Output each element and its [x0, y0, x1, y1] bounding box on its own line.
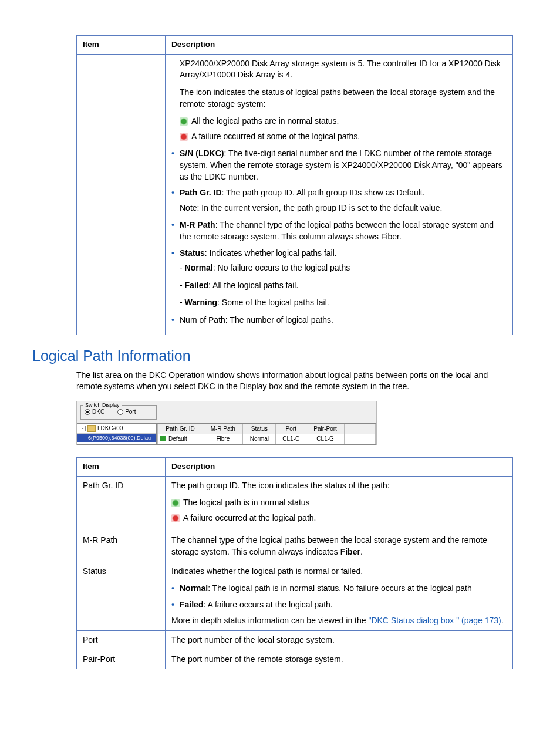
row-pathgrid: Path Gr. ID The path group ID. The icon … — [77, 476, 513, 531]
switch-display-legend: Switch Display — [83, 401, 122, 409]
th-item: Item — [77, 457, 166, 476]
table-remote-system-desc: Item Description XP24000/XP20000 Disk Ar… — [76, 35, 513, 335]
td-item-blank — [77, 54, 166, 335]
status-fail-row: A failure occurred at some of the logica… — [180, 131, 507, 143]
status-fail-icon — [180, 133, 188, 141]
intro-line-1: XP24000/XP20000 Disk Array storage syste… — [180, 58, 507, 81]
bullet-mrpath: M-R Path: The channel type of the logica… — [171, 220, 507, 242]
status-fail-text: A failure occurred at some of the logica… — [191, 131, 360, 143]
path-fail-row: A failure occurred at the logical path. — [171, 512, 507, 524]
bullet-sn: S/N (LDKC): The five-digit serial number… — [171, 148, 507, 183]
radio-dkc[interactable]: DKC — [85, 408, 104, 416]
radio-dot-selected-icon — [85, 409, 90, 415]
status-fail-icon — [171, 514, 180, 522]
status-ok-icon — [171, 499, 180, 507]
section-title: Logical Path Information — [32, 346, 513, 366]
pathgr-note: Note: In the current version, the path g… — [180, 202, 507, 214]
dkc-operation-screenshot: Switch Display DKC Port - LDKC#00 6(P950… — [76, 401, 377, 445]
tree-root[interactable]: - LDKC#00 — [77, 424, 156, 434]
status-failed: - Failed: All the logical paths fail. — [180, 280, 507, 292]
tree-collapse-icon[interactable]: - — [80, 426, 86, 431]
intro-line-2: The icon indicates the status of logical… — [180, 87, 507, 110]
section-intro: The list area on the DKC Operation windo… — [76, 370, 513, 393]
bullet-status: Status: Indicates whether logical paths … — [171, 248, 507, 309]
dkc-status-link[interactable]: "DKC Status dialog box " (page 173) — [368, 616, 501, 625]
path-ok-row: The logical path is in normal status — [171, 497, 507, 509]
status-bold: Status — [180, 248, 205, 258]
pathgr-bold: Path Gr. ID — [180, 188, 222, 197]
pathgr-text: : The path group ID. All path group IDs … — [222, 188, 425, 197]
mrpath-bold: M-R Path — [180, 220, 215, 229]
sn-text: : The five-digit serial number and the L… — [180, 148, 502, 181]
th-desc: Description — [166, 36, 513, 55]
row-port: Port The port number of the local storag… — [77, 631, 513, 650]
row-pairport: Pair-Port The port number of the remote … — [77, 650, 513, 669]
status-text: : Indicates whether logical paths fail. — [205, 248, 337, 258]
th-desc: Description — [166, 457, 513, 476]
tree-leaf-selected[interactable]: 6(P9500),64038(00),Defau — [77, 434, 156, 443]
mrpath-text: : The channel type of the logical paths … — [180, 220, 494, 241]
status-ok-icon — [180, 117, 188, 126]
bullet-numpath: Num of Path: The number of logical paths… — [171, 315, 507, 326]
status-normal: - Normal: No failure occurs to the logic… — [180, 262, 507, 274]
radio-port[interactable]: Port — [117, 408, 136, 416]
row-mrpath: M-R Path The channel type of the logical… — [77, 531, 513, 562]
sn-bold: S/N (LDKC) — [180, 148, 224, 158]
grid-data-row[interactable]: Default Fibre Normal CL1-C CL1-G — [158, 434, 376, 444]
status-ok-text: All the logical paths are in normal stat… — [191, 116, 339, 127]
status-warning: - Warning: Some of the logical paths fai… — [180, 297, 507, 309]
td-desc: XP24000/XP20000 Disk Array storage syste… — [166, 54, 513, 335]
desc-bullets: S/N (LDKC): The five-digit serial number… — [171, 148, 507, 326]
grid-pane: Path Gr. ID M-R Path Status Port Pair-Po… — [157, 423, 376, 445]
bullet-pathgr: Path Gr. ID: The path group ID. All path… — [171, 187, 507, 214]
bullet-normal: Normal: The logical path is in normal st… — [171, 583, 507, 595]
switch-display-group: Switch Display DKC Port — [80, 405, 157, 420]
folder-icon — [87, 425, 96, 432]
row-status: Status Indicates whether the logical pat… — [77, 562, 513, 630]
table-logical-path-info: Item Description Path Gr. ID The path gr… — [76, 457, 513, 669]
bullet-failed: Failed: A failure occurs at the logical … — [171, 599, 507, 611]
grid-header-row: Path Gr. ID M-R Path Status Port Pair-Po… — [158, 424, 376, 434]
more-info: More in depth status information can be … — [171, 615, 507, 627]
th-item: Item — [77, 36, 166, 55]
tree-pane[interactable]: - LDKC#00 6(P9500),64038(00),Defau — [77, 423, 157, 445]
radio-dot-icon — [117, 409, 123, 415]
status-ok-row: All the logical paths are in normal stat… — [180, 116, 507, 127]
